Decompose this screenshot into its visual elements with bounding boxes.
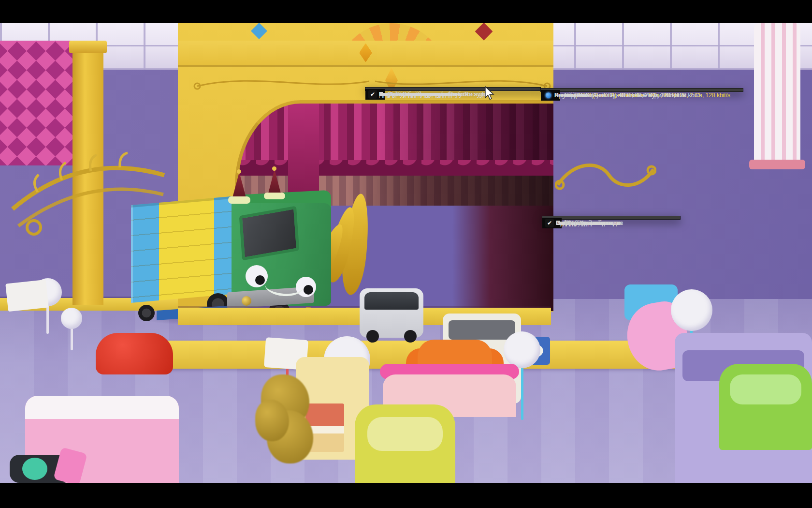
sign-stick	[46, 305, 49, 334]
truck-cargo-box	[131, 195, 242, 303]
truck-wheel	[138, 305, 155, 321]
diamond-band	[178, 41, 553, 65]
curtain-valance	[238, 160, 553, 177]
gold-swirl-ornament	[555, 155, 656, 195]
warning-cone-base	[228, 196, 250, 204]
mouse-cursor	[484, 86, 496, 102]
sign-stick	[521, 367, 523, 420]
curtain-folds	[238, 103, 553, 167]
audio-submenu: Выбор аудио-дорожкиA>Устройство вывода з…	[365, 87, 541, 91]
warning-cone-tip	[237, 169, 241, 174]
audio-track-submenu: Последовательное переключение аудиопоток…	[540, 88, 743, 92]
warning-cone-base	[264, 193, 285, 199]
round-sign	[61, 308, 82, 329]
menu-item-label: Правый канал	[554, 92, 593, 99]
round-sign	[671, 289, 712, 331]
striped-pillar	[754, 23, 800, 168]
rect-sign	[5, 280, 49, 312]
menu-item[interactable]: Параметры вывода аудио...	[365, 89, 385, 100]
shortcut-label: Alt+F4	[565, 220, 581, 226]
main-context-menu: Открыть файл...F3Открыть>Трансляции>Упор…	[542, 216, 681, 220]
menu-item[interactable]: ВыходAlt+F4	[542, 218, 562, 228]
icon-spacer	[545, 219, 554, 227]
lime-car	[719, 364, 812, 450]
warning-cone-tip	[272, 166, 276, 171]
truck-headlight	[242, 296, 251, 306]
gold-column-capital	[69, 41, 107, 53]
pillar-base	[749, 160, 805, 169]
icon-spacer	[544, 91, 552, 100]
red-car-roof	[96, 333, 173, 374]
letterbox-top	[0, 0, 812, 23]
sign-stick	[71, 328, 73, 350]
player-window: Выбор аудио-дорожкиA>Устройство вывода з…	[0, 0, 812, 508]
letterbox-bottom	[0, 483, 812, 508]
white-van	[360, 288, 423, 338]
menu-item-label: Параметры вывода аудио...	[379, 91, 454, 98]
chartreuse-car	[355, 404, 455, 483]
menu-item[interactable]: Правый канал	[541, 90, 560, 101]
icon-spacer	[368, 90, 377, 99]
